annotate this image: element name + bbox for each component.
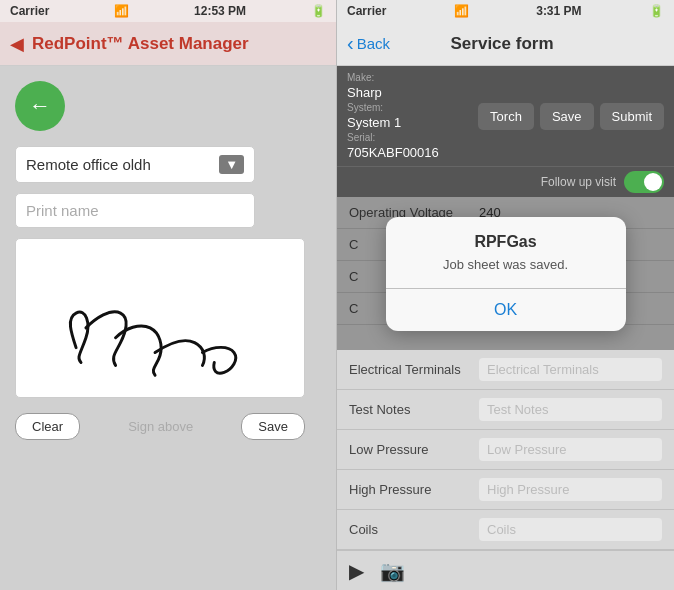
- high-pressure-input[interactable]: High Pressure: [479, 478, 662, 501]
- right-nav-back-label: Back: [357, 35, 390, 52]
- dropdown-value: Remote office oldh: [26, 156, 219, 173]
- left-phone: Carrier 📶 12:53 PM 🔋 ◀ RedPoint™ Asset M…: [0, 0, 337, 590]
- low-pressure-input[interactable]: Low Pressure: [479, 438, 662, 461]
- form-content: Operating Voltage 240 C C C RPFGas Job s…: [337, 197, 674, 350]
- right-battery-icon: 🔋: [649, 4, 664, 18]
- play-button[interactable]: ▶: [349, 559, 364, 583]
- make-label: Make:: [347, 72, 439, 83]
- coils-input[interactable]: Coils: [479, 518, 662, 541]
- torch-button[interactable]: Torch: [478, 103, 534, 130]
- back-arrow-icon: ←: [29, 93, 51, 119]
- device-info-bar: Make: Sharp System: System 1 Serial: 705…: [337, 66, 674, 166]
- alert-overlay: RPFGas Job sheet was saved. OK: [337, 197, 674, 350]
- test-notes-input[interactable]: Test Notes: [479, 398, 662, 421]
- left-nav-title-black: Asset Manager: [124, 34, 249, 53]
- alert-title: RPFGas: [386, 217, 626, 257]
- electrical-terminals-label: Electrical Terminals: [349, 362, 479, 377]
- make-value: Sharp: [347, 85, 439, 100]
- bottom-toolbar: ▶ 📷: [337, 550, 674, 590]
- signature-drawing: [16, 239, 304, 397]
- signature-box[interactable]: [15, 238, 305, 398]
- right-nav-back[interactable]: ‹ Back: [347, 32, 390, 55]
- system-label: System:: [347, 102, 439, 113]
- left-wifi-icon: 📶: [114, 4, 129, 18]
- alert-ok-button[interactable]: OK: [386, 289, 626, 331]
- left-nav-title: RedPoint™ Asset Manager: [32, 34, 249, 54]
- left-status-bar: Carrier 📶 12:53 PM 🔋: [0, 0, 336, 22]
- clear-button[interactable]: Clear: [15, 413, 80, 440]
- electrical-terminals-row: Electrical Terminals Electrical Terminal…: [337, 350, 674, 390]
- alert-dialog: RPFGas Job sheet was saved. OK: [386, 217, 626, 331]
- left-carrier: Carrier: [10, 4, 49, 18]
- system-value: System 1: [347, 115, 439, 130]
- right-page-title: Service form: [390, 34, 614, 54]
- toggle-knob: [644, 173, 662, 191]
- alert-message: Job sheet was saved.: [386, 257, 626, 288]
- test-notes-row: Test Notes Test Notes: [337, 390, 674, 430]
- coils-label: Coils: [349, 522, 479, 537]
- follow-up-label: Follow up visit: [541, 175, 616, 189]
- left-nav-back-icon: ◀: [10, 33, 24, 55]
- print-name-field[interactable]: Print name: [15, 193, 255, 228]
- left-battery-icon: 🔋: [311, 4, 326, 18]
- left-nav-bar: ◀ RedPoint™ Asset Manager: [0, 22, 336, 66]
- save-button[interactable]: Save: [241, 413, 305, 440]
- follow-up-toggle[interactable]: [624, 171, 664, 193]
- location-dropdown[interactable]: Remote office oldh ▼: [15, 146, 255, 183]
- back-circle-button[interactable]: ←: [15, 81, 65, 131]
- right-nav-back-icon: ‹: [347, 32, 354, 55]
- action-buttons: Torch Save Submit: [478, 103, 664, 130]
- serial-label: Serial:: [347, 132, 439, 143]
- test-notes-label: Test Notes: [349, 402, 479, 417]
- dropdown-arrow-icon: ▼: [219, 155, 244, 174]
- device-info-left: Make: Sharp System: System 1 Serial: 705…: [347, 72, 439, 160]
- electrical-terminals-input[interactable]: Electrical Terminals: [479, 358, 662, 381]
- signature-actions: Clear Sign above Save: [15, 413, 305, 440]
- submit-button[interactable]: Submit: [600, 103, 664, 130]
- low-pressure-label: Low Pressure: [349, 442, 479, 457]
- high-pressure-row: High Pressure High Pressure: [337, 470, 674, 510]
- camera-button[interactable]: 📷: [380, 559, 405, 583]
- follow-up-row: Follow up visit: [337, 166, 674, 197]
- right-wifi-icon: 📶: [454, 4, 469, 18]
- right-nav-bar: ‹ Back Service form: [337, 22, 674, 66]
- right-phone: Carrier 📶 3:31 PM 🔋 ‹ Back Service form …: [337, 0, 674, 590]
- sign-above-label: Sign above: [128, 419, 193, 434]
- print-name-placeholder: Print name: [26, 202, 99, 219]
- coils-row: Coils Coils: [337, 510, 674, 550]
- left-time: 12:53 PM: [194, 4, 246, 18]
- form-inputs-section: Electrical Terminals Electrical Terminal…: [337, 350, 674, 550]
- right-carrier: Carrier: [347, 4, 386, 18]
- right-time: 3:31 PM: [536, 4, 581, 18]
- serial-value: 705KABF00016: [347, 145, 439, 160]
- high-pressure-label: High Pressure: [349, 482, 479, 497]
- right-status-bar: Carrier 📶 3:31 PM 🔋: [337, 0, 674, 22]
- left-content-area: ← Remote office oldh ▼ Print name Clear: [0, 66, 336, 455]
- form-save-button[interactable]: Save: [540, 103, 594, 130]
- left-nav-title-red: RedPoint™: [32, 34, 124, 53]
- low-pressure-row: Low Pressure Low Pressure: [337, 430, 674, 470]
